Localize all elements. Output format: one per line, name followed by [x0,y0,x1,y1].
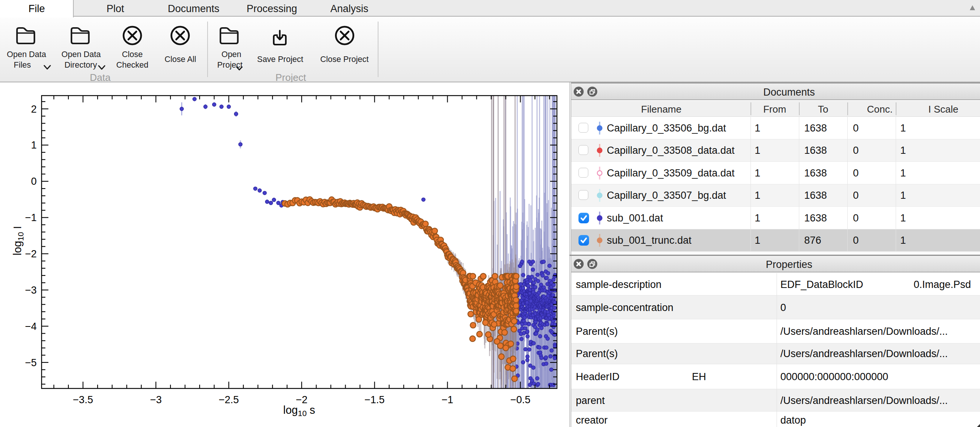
svg-text:−0.5: −0.5 [511,394,530,405]
svg-text:0: 0 [31,176,37,187]
svg-text:Close: Close [122,50,143,59]
svg-text:−3: −3 [150,394,162,405]
svg-text:Open Data: Open Data [7,50,46,59]
svg-text:Close All: Close All [164,55,196,64]
svg-text:Checked: Checked [116,60,149,70]
svg-text:−2: −2 [25,248,37,260]
svg-text:Project: Project [217,60,243,70]
svg-text:−1: −1 [25,212,37,223]
svg-text:Directory: Directory [64,60,97,70]
svg-text:−1: −1 [442,394,453,405]
svg-text:Open: Open [221,50,242,59]
svg-text:2: 2 [31,103,37,115]
svg-text:Open Data: Open Data [62,50,101,59]
svg-text:Files: Files [14,60,30,70]
svg-text:−1.5: −1.5 [364,394,385,405]
svg-text:Project: Project [275,72,307,83]
svg-text:−5: −5 [25,357,37,368]
svg-text:−3.5: −3.5 [73,394,93,405]
svg-text:−3: −3 [25,284,37,296]
svg-text:−4: −4 [25,321,37,332]
svg-text:−2.5: −2.5 [218,394,239,405]
svg-text:1: 1 [31,140,37,151]
svg-text:Save Project: Save Project [257,55,303,64]
svg-text:Close Project: Close Project [320,55,369,64]
svg-text:Data: Data [90,72,111,83]
